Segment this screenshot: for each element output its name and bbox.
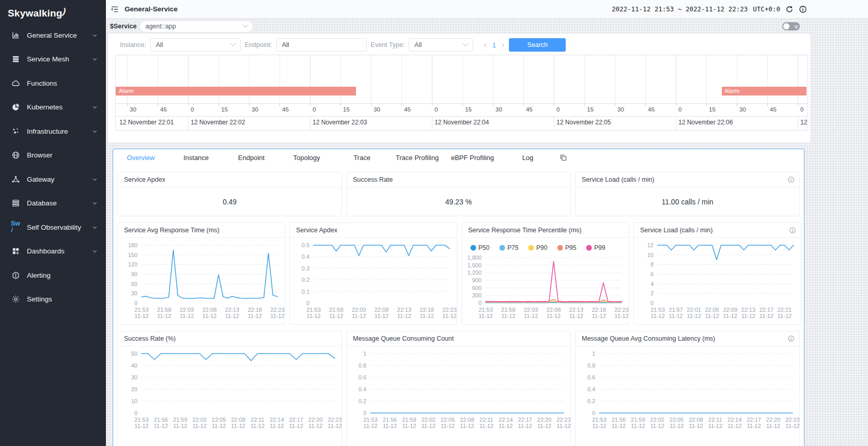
chart-canvas: 0102030405021:5311-1221:5611-1221:5911-1… bbox=[118, 346, 342, 434]
time-range-picker[interactable]: 2022-11-12 21:53 ~ 2022-11-12 22:23 bbox=[612, 5, 748, 13]
chart-service-response-time-percentile-ms: Service Response Time Percentile (ms)P50… bbox=[461, 222, 629, 325]
timeline-tick-label: 30 bbox=[495, 106, 502, 113]
sidebar-item-label: Self Observability bbox=[27, 224, 92, 231]
svg-text:22:20: 22:20 bbox=[308, 417, 323, 423]
tab-endpoint[interactable]: Endpoint bbox=[224, 154, 279, 162]
svg-text:11-12: 11-12 bbox=[524, 313, 538, 319]
metric-value: 49.23 % bbox=[347, 187, 570, 216]
svg-text:21:56: 21:56 bbox=[612, 417, 626, 423]
sidebar-item-browser[interactable]: Browser bbox=[0, 144, 106, 168]
sidebar-item-functions[interactable]: Functions bbox=[0, 71, 106, 95]
svg-text:11-12: 11-12 bbox=[708, 423, 722, 429]
timeline-tickmark bbox=[249, 103, 250, 106]
info-icon[interactable] bbox=[789, 227, 796, 234]
sidebar-item-database[interactable]: Database bbox=[0, 192, 106, 216]
tab-trace-profiling[interactable]: Trace Profiling bbox=[390, 154, 445, 162]
svg-text:21:53: 21:53 bbox=[134, 307, 149, 313]
event-type-select[interactable]: All bbox=[409, 38, 473, 52]
svg-text:4: 4 bbox=[650, 281, 654, 287]
svg-text:22:23: 22:23 bbox=[442, 307, 457, 313]
view-toggle[interactable]: V bbox=[782, 22, 800, 30]
svg-text:22:13: 22:13 bbox=[397, 307, 412, 313]
svg-text:11-12: 11-12 bbox=[537, 423, 551, 429]
svg-text:11-12: 11-12 bbox=[251, 423, 265, 429]
network-icon bbox=[11, 174, 20, 184]
tab-topology[interactable]: Topology bbox=[279, 154, 334, 162]
svg-text:11-12: 11-12 bbox=[270, 423, 284, 429]
svg-text:11-12: 11-12 bbox=[270, 313, 284, 319]
svg-text:21:59: 21:59 bbox=[402, 417, 416, 423]
next-page-icon[interactable]: › bbox=[502, 41, 504, 49]
svg-text:22:01: 22:01 bbox=[687, 307, 701, 313]
svg-text:600: 600 bbox=[472, 285, 482, 291]
svg-text:11-12: 11-12 bbox=[420, 313, 434, 319]
charts-row-2: Success Rate (%)0102030405021:5311-1221:… bbox=[113, 325, 804, 446]
info-icon[interactable] bbox=[799, 5, 807, 13]
svg-text:21:53: 21:53 bbox=[306, 307, 321, 313]
svg-text:22:03: 22:03 bbox=[524, 307, 538, 313]
sidebar-item-dashboards[interactable]: Dashboards bbox=[0, 240, 106, 264]
svg-text:11-12: 11-12 bbox=[308, 423, 322, 429]
sidebar-item-kubernetes[interactable]: Kubernetes bbox=[0, 95, 106, 120]
sidebar-item-settings[interactable]: Settings bbox=[0, 288, 106, 312]
timeline-gridline bbox=[371, 55, 371, 103]
refresh-icon[interactable] bbox=[785, 5, 794, 13]
svg-text:0: 0 bbox=[134, 410, 137, 416]
alarm-event-bar[interactable]: Alarm bbox=[722, 87, 807, 95]
sidebar-item-label: Dashboards bbox=[27, 247, 92, 255]
svg-text:0.3: 0.3 bbox=[302, 265, 309, 272]
chart-canvas: 02468101221:5311-1221:5711-1222:0111-122… bbox=[634, 238, 801, 324]
svg-text:180: 180 bbox=[128, 242, 137, 248]
prev-page-icon[interactable]: ‹ bbox=[484, 41, 486, 49]
service-select[interactable]: agent::app bbox=[140, 21, 253, 33]
sidebar-item-self-observability[interactable]: Sw)Self Observability bbox=[0, 215, 106, 240]
timeline-gridline bbox=[584, 55, 585, 103]
chart-canvas: 00.20.40.60.8121:5311-1221:5611-1221:591… bbox=[576, 346, 800, 434]
chart-service-avg-response-time-ms: Service Avg Response Time (ms)0306090120… bbox=[117, 222, 285, 325]
timeline-minute-separator bbox=[798, 116, 798, 130]
endpoint-input[interactable] bbox=[276, 38, 367, 52]
sidebar-item-general-service[interactable]: General Service bbox=[0, 23, 106, 47]
svg-text:0.4: 0.4 bbox=[359, 386, 366, 392]
svg-text:22:17: 22:17 bbox=[289, 417, 303, 423]
sidebar-item-alerting[interactable]: Alerting bbox=[0, 263, 106, 288]
sidebar-item-infrastructure[interactable]: Infrastructure bbox=[0, 119, 106, 144]
search-button[interactable]: Search bbox=[509, 38, 566, 52]
tab-overview[interactable]: Overview bbox=[113, 154, 168, 162]
timeline-tickmark bbox=[340, 103, 341, 106]
svg-text:22:11: 22:11 bbox=[708, 417, 722, 423]
svg-text:21:59: 21:59 bbox=[631, 417, 645, 423]
sidebar-item-gateway[interactable]: Gateway bbox=[0, 167, 106, 192]
svg-text:11-12: 11-12 bbox=[747, 423, 761, 429]
tab-instance[interactable]: Instance bbox=[168, 154, 224, 162]
info-icon[interactable] bbox=[787, 335, 795, 342]
svg-text:21:58: 21:58 bbox=[157, 307, 172, 313]
svg-text:22:23: 22:23 bbox=[556, 417, 571, 423]
sidebar-item-label: Kubernetes bbox=[27, 103, 92, 111]
chevron-down-icon bbox=[230, 41, 236, 46]
timeline-tick-label: 45 bbox=[526, 106, 533, 113]
svg-text:22:03: 22:03 bbox=[180, 307, 194, 313]
svg-text:11-12: 11-12 bbox=[723, 313, 737, 319]
sidebar-item-service-mesh[interactable]: Service Mesh bbox=[0, 47, 106, 72]
tab-trace[interactable]: Trace bbox=[334, 154, 390, 162]
svg-text:0: 0 bbox=[650, 300, 654, 306]
chevron-down-icon bbox=[92, 33, 98, 38]
svg-text:22:05: 22:05 bbox=[212, 417, 226, 423]
service-select-value: agent::app bbox=[145, 23, 176, 30]
tab-ebpf-profiling[interactable]: eBPF Profiling bbox=[445, 154, 500, 162]
svg-text:0.5: 0.5 bbox=[302, 242, 309, 248]
tab-log[interactable]: Log bbox=[500, 154, 555, 162]
instance-select[interactable]: All bbox=[150, 38, 241, 52]
sidebar-item-label: Settings bbox=[27, 295, 98, 303]
svg-text:0.2: 0.2 bbox=[359, 398, 366, 404]
copy-dashboard-icon[interactable] bbox=[560, 154, 567, 162]
alarm-event-bar[interactable]: Alarm bbox=[116, 87, 356, 95]
sidebar-collapse-icon[interactable] bbox=[111, 5, 119, 13]
timeline-tickmark bbox=[493, 103, 493, 106]
timeline-date-label: 12 November 22:06 bbox=[678, 119, 733, 126]
timeline-tickmark bbox=[310, 103, 311, 106]
card-title: Service Response Time Percentile (ms) bbox=[462, 223, 629, 238]
skywalking-logo: Skywalking) bbox=[0, 0, 106, 23]
info-icon[interactable] bbox=[787, 176, 795, 183]
